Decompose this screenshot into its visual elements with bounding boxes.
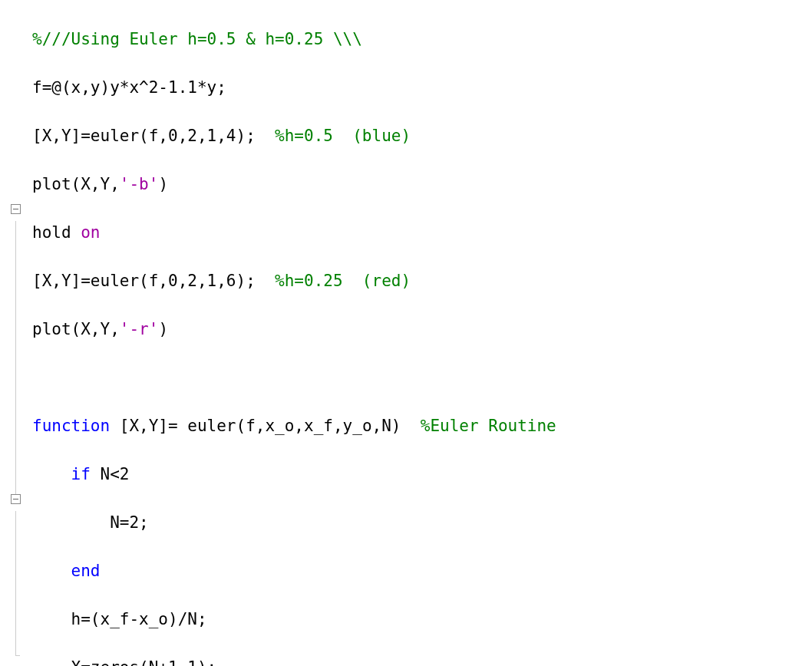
code-line: plot(X,Y,'-b') [32,173,556,197]
code-line: N=2; [32,511,556,536]
code-line: [X,Y]=euler(f,0,2,1,6); %h=0.25 (red) [32,269,556,294]
code-line: function [X,Y]= euler(f,x_o,x_f,y_o,N) %… [32,414,556,439]
code-line: X=zeros(N+1,1); [32,656,556,667]
code-line [32,366,556,391]
code-line: end [32,559,556,584]
code-line: [X,Y]=euler(f,0,2,1,4); %h=0.5 (blue) [32,124,556,149]
code-line: hold on [32,221,556,246]
fold-icon[interactable] [11,494,21,504]
code-line: f=@(x,y)y*x^2-1.1*y; [32,76,556,101]
code-line: h=(x_f-x_o)/N; [32,608,556,632]
code-editor[interactable]: %///Using Euler h=0.5 & h=0.25 \\\ f=@(x… [0,0,812,666]
code-line: plot(X,Y,'-r') [32,318,556,342]
code-line: %///Using Euler h=0.5 & h=0.25 \\\ [32,28,556,52]
code-line: if N<2 [32,463,556,487]
gutter [0,0,31,666]
code-area[interactable]: %///Using Euler h=0.5 & h=0.25 \\\ f=@(x… [31,0,556,666]
fold-icon[interactable] [11,204,21,214]
